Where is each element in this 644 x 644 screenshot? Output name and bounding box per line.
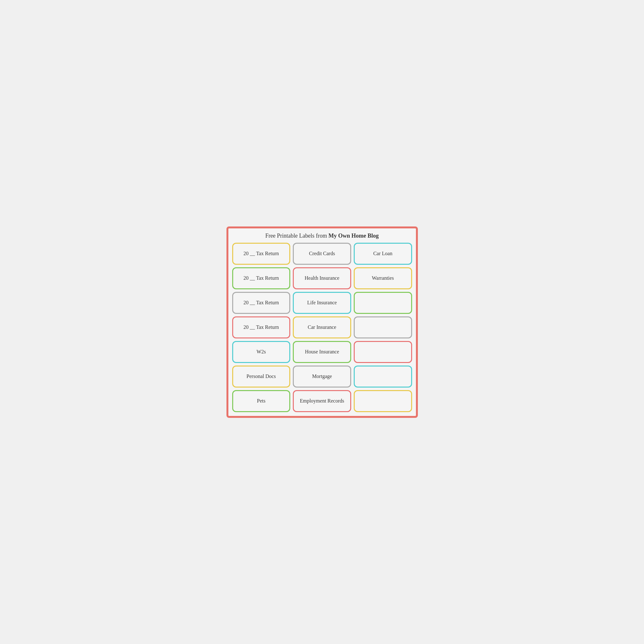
label-card-warranties: Warranties [354, 267, 412, 289]
label-card-mortgage: Mortgage [293, 366, 351, 388]
label-card-tax-return-3: 20 __ Tax Return [232, 292, 291, 314]
label-card-tax-return-1: 20 __ Tax Return [232, 243, 291, 265]
label-card-tax-return-2: 20 __ Tax Return [232, 267, 291, 289]
label-card-blank-4 [354, 366, 412, 388]
label-card-blank-5 [354, 390, 412, 412]
label-card-pets: Pets [232, 390, 291, 412]
label-card-employment-records: Employment Records [293, 390, 351, 412]
label-card-car-loan: Car Loan [354, 243, 412, 265]
title-normal: Free Printable Labels from [265, 233, 329, 239]
page-container: Free Printable Labels from My Own Home B… [226, 226, 418, 418]
label-card-w2s: W2s [232, 341, 291, 363]
label-card-blank-1 [354, 292, 412, 314]
label-card-blank-3 [354, 341, 412, 363]
label-card-tax-return-4: 20 __ Tax Return [232, 316, 291, 338]
label-card-car-insurance: Car Insurance [293, 316, 351, 338]
label-card-health-insurance: Health Insurance [293, 267, 351, 289]
label-card-life-insurance: Life Insurance [293, 292, 351, 314]
label-card-credit-cards: Credit Cards [293, 243, 351, 265]
label-card-blank-2 [354, 316, 412, 338]
title-bold: My Own Home Blog [329, 233, 379, 239]
page-title: Free Printable Labels from My Own Home B… [232, 232, 412, 240]
label-card-personal-docs: Personal Docs [232, 366, 291, 388]
label-card-house-insurance: House Insurance [293, 341, 351, 363]
label-grid: 20 __ Tax ReturnCredit CardsCar Loan20 _… [232, 243, 412, 412]
